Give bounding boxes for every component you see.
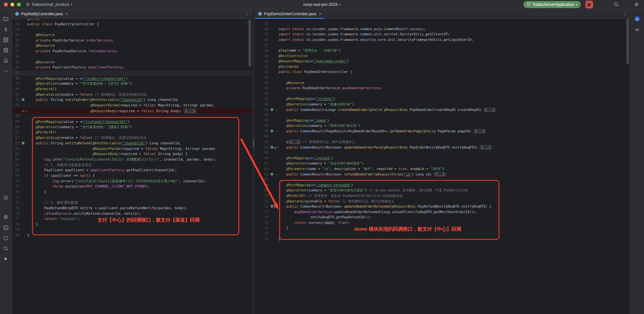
line-number[interactable]: 39 — [12, 81, 21, 87]
toolwindow-maven-icon[interactable]: m — [633, 25, 641, 33]
code-line[interactable]: 24import static cn.iocoder.yudao.framewo… — [255, 27, 630, 32]
code-line[interactable]: 38 @Operation(summary = "创建示例订单") — [255, 102, 630, 107]
gutter-icon-slot[interactable] — [21, 151, 25, 157]
toolwindow-gradle-icon[interactable] — [633, 15, 641, 23]
gutter-icon-slot[interactable] — [21, 146, 25, 152]
line-number[interactable]: 76 — [255, 226, 270, 231]
toolwindow-services-icon[interactable] — [2, 234, 10, 242]
search-everywhere-icon[interactable] — [614, 2, 619, 7]
line-number[interactable]: 23 — [255, 21, 270, 27]
gutter-icon-slot[interactable] — [270, 37, 273, 43]
code-line[interactable]: 78 } — [12, 222, 252, 227]
gutter-icon-slot[interactable] — [21, 173, 25, 179]
gutter-icon-slot[interactable] — [270, 48, 273, 54]
scrollbar-thumb[interactable] — [249, 19, 251, 66]
code-line[interactable]: 29@RestController — [255, 54, 630, 59]
editor-left[interactable]: 27@Slf4j28public class PayNotifyControll… — [12, 19, 252, 314]
fold-arrow-icon[interactable] — [25, 130, 27, 135]
code-line[interactable]: 42 public String notifyOrder(@PathVariab… — [12, 97, 252, 103]
fold-arrow-icon[interactable] — [276, 236, 278, 242]
gutter-icon-slot[interactable] — [21, 103, 25, 108]
request-mapping-icon[interactable] — [22, 142, 24, 144]
code-line[interactable]: 34 — [12, 54, 252, 60]
line-number[interactable]: 26 — [255, 37, 270, 43]
line-number[interactable]: 30 — [255, 59, 270, 64]
folded-code-chip[interactable]: {...} — [474, 129, 486, 133]
gutter-icon-slot[interactable] — [21, 141, 25, 146]
fold-arrow-icon[interactable] — [276, 161, 278, 166]
gutter-icon-slot[interactable] — [270, 129, 273, 134]
fold-arrow-icon[interactable] — [25, 70, 27, 76]
gutter-icon-slot[interactable] — [21, 130, 25, 135]
splitter-grip[interactable] — [253, 139, 254, 147]
line-number[interactable]: 72 — [255, 204, 270, 210]
code-line[interactable]: 34 @Resource — [255, 80, 630, 86]
line-number[interactable]: 77 — [12, 216, 21, 222]
line-number[interactable]: 77 — [255, 231, 270, 236]
fold-arrow-icon[interactable] — [276, 32, 278, 37]
muted-breakpoint-icon[interactable]: ⊘ — [21, 108, 25, 114]
fold-arrow-icon[interactable] — [276, 75, 278, 80]
fold-arrow-icon[interactable] — [276, 177, 278, 183]
line-number[interactable]: 43 — [12, 103, 21, 108]
code-line[interactable]: 23 — [255, 21, 630, 27]
fold-arrow-icon[interactable] — [276, 80, 278, 86]
fold-arrow-icon[interactable]: > — [276, 107, 278, 113]
fold-arrow-icon[interactable] — [25, 184, 27, 189]
pane-splitter[interactable] — [252, 9, 255, 314]
gutter-icon-slot[interactable] — [270, 156, 273, 161]
code-line[interactable]: 69 @Operation(summary = "更新示例订单为已退款") //… — [255, 188, 630, 193]
line-number[interactable]: 34 — [255, 80, 270, 86]
line-number[interactable]: 28 — [255, 48, 270, 54]
line-number[interactable]: 69 — [12, 173, 21, 179]
line-number[interactable]: 38 — [255, 102, 270, 107]
project-selector[interactable]: ruoyi-vue-pro-2023 ▾ — [303, 0, 341, 9]
fold-arrow-icon[interactable] — [25, 22, 27, 27]
fold-arrow-icon[interactable] — [276, 64, 278, 70]
gutter-icon-slot[interactable] — [270, 96, 273, 102]
fold-arrow-icon[interactable] — [25, 227, 27, 233]
gutter-icon-slot[interactable] — [21, 195, 25, 200]
fold-arrow-icon[interactable] — [25, 114, 27, 119]
git-branch-widget[interactable]: feature/mall_product ▾ — [26, 0, 72, 9]
code-line[interactable]: 78} — [255, 236, 630, 242]
code-line[interactable]: 41 @OperateLog(enable = false) // 回调地址，无… — [12, 92, 252, 98]
gutter-icon-slot[interactable] — [21, 119, 25, 125]
toolwindow-play-icon[interactable] — [2, 255, 10, 263]
fold-arrow-icon[interactable] — [25, 49, 27, 54]
fold-arrow-icon[interactable] — [25, 65, 27, 70]
code-line[interactable]: 27@Slf4j — [12, 19, 252, 22]
code-line[interactable]: 64 @RequestParam(required = false) Map<S… — [12, 146, 252, 152]
code-line[interactable]: 60 @PutMapping(⊕▾"/refund") — [255, 156, 630, 161]
line-number[interactable]: 34 — [12, 54, 21, 60]
code-line[interactable]: 28@Tag(name = "管理后台 - 示例订单") — [255, 48, 630, 54]
macos-minimize-button[interactable] — [10, 3, 14, 6]
folded-code-chip[interactable]: {...} — [289, 140, 301, 144]
gutter-icon-slot[interactable] — [270, 220, 273, 226]
settings-gear-icon[interactable]: ⚙ — [635, 2, 639, 7]
line-number[interactable]: 45 — [255, 129, 270, 134]
line-number[interactable]: 39 — [255, 107, 270, 113]
code-line[interactable]: 65 @RequestBody(required = false) String… — [12, 151, 252, 157]
line-number[interactable]: 32 — [12, 43, 21, 49]
line-number[interactable]: 42 — [255, 113, 270, 118]
code-line[interactable]: 30 @Resource — [12, 32, 252, 38]
tab-paynotifycontroller[interactable]: C PayNotifyController.java × — [12, 9, 71, 18]
toolwindow-run-icon[interactable] — [2, 213, 10, 221]
fold-arrow-icon[interactable] — [276, 48, 278, 54]
fold-arrow-icon[interactable] — [276, 69, 278, 75]
line-number[interactable]: 43 — [255, 118, 270, 124]
fold-arrow-icon[interactable] — [25, 87, 27, 92]
fold-arrow-icon[interactable] — [276, 113, 278, 118]
fold-arrow-icon[interactable] — [276, 199, 278, 204]
gutter-icon-slot[interactable] — [21, 38, 25, 43]
tab-options-kebab-icon[interactable]: ⋮ — [242, 11, 252, 16]
fold-arrow-icon[interactable] — [276, 166, 278, 172]
fold-arrow-icon[interactable] — [25, 119, 27, 125]
gutter-icon-slot[interactable] — [270, 166, 273, 172]
code-line[interactable]: 61 @PermitAll — [12, 130, 252, 135]
line-number[interactable]: 49 — [255, 134, 270, 139]
gutter-icon-slot[interactable] — [21, 179, 25, 184]
fold-arrow-icon[interactable] — [25, 200, 27, 206]
gutter-icon-slot[interactable] — [21, 43, 25, 49]
